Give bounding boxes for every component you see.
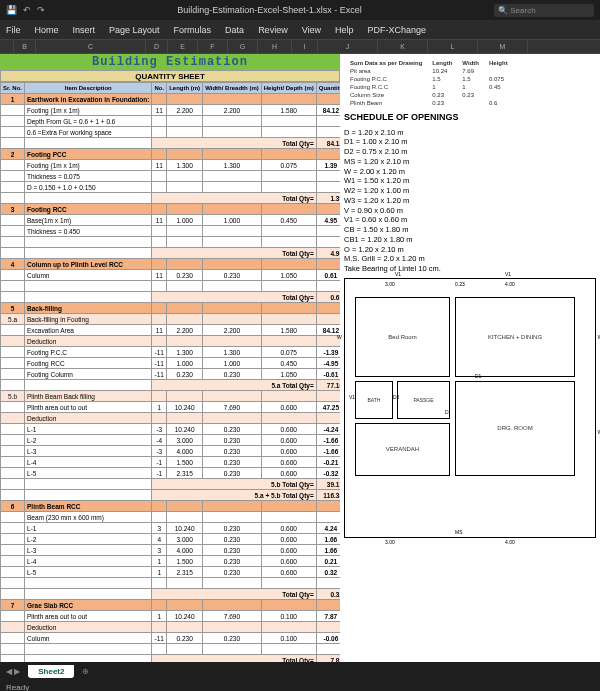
table-row[interactable]: L-334.0000.2300.6001.66cu m: [1, 545, 341, 556]
redo-icon[interactable]: ↷: [37, 5, 45, 15]
table-row[interactable]: L-243.0000.2300.6001.66cu m: [1, 534, 341, 545]
ribbon-tab-formulas[interactable]: Formulas: [174, 25, 212, 35]
table-row[interactable]: L-512.3150.2300.6000.32cu m: [1, 567, 341, 578]
table-row[interactable]: L-1-310.2400.2300.600-4.24cu m: [1, 424, 341, 435]
table-row[interactable]: Plinth area out to out110.2407.6900.6004…: [1, 402, 341, 413]
table-row[interactable]: Total Qty=1.39cu m: [1, 193, 341, 204]
table-row[interactable]: 5.bPlinth Beam Back filling: [1, 391, 341, 402]
col-hdr-K[interactable]: K: [378, 40, 428, 53]
ribbon-tab-pagelayout[interactable]: Page Layout: [109, 25, 160, 35]
table-row[interactable]: L-3-34.0000.2300.600-1.66cu m: [1, 446, 341, 457]
sheet-tab-active[interactable]: Sheet2: [28, 665, 74, 678]
ribbon-tab-file[interactable]: File: [6, 25, 21, 35]
sheet-tabs[interactable]: ◀ ▶ Sheet2 ⊕: [0, 662, 600, 680]
col-hdr-B[interactable]: B: [14, 40, 36, 53]
table-row[interactable]: Footing Column-110.2300.2301.050-0.61cu …: [1, 369, 341, 380]
table-row[interactable]: [1, 644, 341, 655]
ribbon-tab-help[interactable]: Help: [335, 25, 354, 35]
ribbon-tab-home[interactable]: Home: [35, 25, 59, 35]
summary-table: Sum Data as per DrawingLengthWidthHeight…: [344, 58, 514, 108]
table-row[interactable]: Excavation Area112.2002.2001.58084.12cu …: [1, 325, 341, 336]
table-row[interactable]: Footing RCC-111.0001.0000.450-4.95cu m: [1, 358, 341, 369]
table-row[interactable]: 5.aBack-filling in Footing: [1, 314, 341, 325]
table-row[interactable]: Column110.2300.2301.0500.61cu m: [1, 270, 341, 281]
table-row[interactable]: L-4-11.5000.2300.600-0.21cu m: [1, 457, 341, 468]
table-row[interactable]: Depth From GL = 0.6 + 1 + 0.6: [1, 116, 341, 127]
table-row[interactable]: Footing (1m x 1m)112.2002.2001.58084.12c…: [1, 105, 341, 116]
table-row[interactable]: L-411.5000.2300.6000.21cu m: [1, 556, 341, 567]
table-row[interactable]: Thickness = 0.450: [1, 226, 341, 237]
col-hdr-F[interactable]: F: [198, 40, 228, 53]
table-row[interactable]: 5.a Total Qty=77.16cu m: [1, 380, 341, 391]
ribbon-tab-pdf-xchange[interactable]: PDF-XChange: [368, 25, 427, 35]
table-row[interactable]: Thickness = 0.075: [1, 171, 341, 182]
hdr-sr: Sr. No.: [1, 83, 25, 94]
table-row[interactable]: 4Column up to Plinth Level RCC: [1, 259, 341, 270]
schedule-item: W3 = 1.20 x 1.20 m: [344, 196, 596, 206]
undo-icon[interactable]: ↶: [23, 5, 31, 15]
table-row[interactable]: 0.6 =Extra For working space: [1, 127, 341, 138]
col-hdr-C[interactable]: C: [36, 40, 146, 53]
col-hdr-H[interactable]: H: [258, 40, 292, 53]
table-row[interactable]: Total Qty=4.95cu m: [1, 248, 341, 259]
add-sheet-icon[interactable]: ⊕: [82, 667, 89, 676]
table-row[interactable]: [1, 237, 341, 248]
table-row[interactable]: Total Qty=0.61cu m: [1, 292, 341, 303]
col-hdr-J[interactable]: J: [318, 40, 378, 53]
schedule-item: V = 0.90 x 0.60 m: [344, 206, 596, 216]
room-bath: BATH: [355, 381, 393, 419]
table-row[interactable]: 7Grae Slab RCC: [1, 600, 341, 611]
table-row[interactable]: 5.a + 5.b Total Qty=116.33cu m: [1, 490, 341, 501]
search-input[interactable]: 🔍 Search: [494, 4, 594, 17]
table-row[interactable]: Total Qty=0.32cu m: [1, 589, 341, 600]
title-bar: 💾 ↶ ↷ Building-Estimation-Excel-Sheet-1.…: [0, 0, 600, 20]
window-title: Building-Estimation-Excel-Sheet-1.xlsx -…: [45, 5, 494, 15]
table-row[interactable]: 6Plinth Beam RCC: [1, 501, 341, 512]
table-row[interactable]: Deduction: [1, 413, 341, 424]
schedule-item: W = 2.00 x 1.20 m: [344, 167, 596, 177]
col-hdr-E[interactable]: E: [168, 40, 198, 53]
col-hdr-G[interactable]: G: [228, 40, 258, 53]
table-row[interactable]: Column-110.2300.2300.100-0.06cu m: [1, 633, 341, 644]
table-row[interactable]: [1, 281, 341, 292]
table-row[interactable]: L-5-12.3150.2300.600-0.32cu m: [1, 468, 341, 479]
schedule-item: W1 = 1.50 x 1.20 m: [344, 176, 596, 186]
ribbon-tab-view[interactable]: View: [302, 25, 321, 35]
room-bedroom: Bed Room: [355, 297, 450, 377]
table-row[interactable]: D = 0.150 + 1.0 + 0.150: [1, 182, 341, 193]
table-row[interactable]: Plinth area out to out110.2407.6900.1007…: [1, 611, 341, 622]
table-row[interactable]: 5.b Total Qty=39.17cu m: [1, 479, 341, 490]
room-drg: DRG. ROOM: [455, 381, 575, 476]
table-row[interactable]: Total Qty=84.12cu m: [1, 138, 341, 149]
table-row[interactable]: 3Footing RCC: [1, 204, 341, 215]
table-row[interactable]: L-2-43.0000.2300.600-1.66cu m: [1, 435, 341, 446]
table-row[interactable]: 5Back-filling: [1, 303, 341, 314]
table-row[interactable]: [1, 578, 341, 589]
table-row[interactable]: Footing (1m x 1m)111.3001.3000.0751.39cu…: [1, 160, 341, 171]
col-hdr-L[interactable]: L: [428, 40, 478, 53]
col-hdr-I[interactable]: I: [292, 40, 318, 53]
ribbon-tab-review[interactable]: Review: [258, 25, 288, 35]
schedule-item: Take Bearing of Lintel 10 cm.: [344, 264, 596, 274]
worksheet-grid[interactable]: Building Estimation QUANTITY SHEET Sr. N…: [0, 54, 600, 662]
col-hdr-A[interactable]: [0, 40, 14, 53]
table-row[interactable]: 2Footing PCC: [1, 149, 341, 160]
table-row[interactable]: Footing P.C.C-111.3001.3000.075-1.39cu m: [1, 347, 341, 358]
table-row[interactable]: Beam (230 mm x 600 mm): [1, 512, 341, 523]
col-hdr-D[interactable]: D: [146, 40, 168, 53]
table-row[interactable]: 1Earthwork in Excavation in Foundation:: [1, 94, 341, 105]
schedule-item: CB1 = 1.20 x 1.80 m: [344, 235, 596, 245]
room-kitchen: KITCHEN + DINING: [455, 297, 575, 377]
table-row[interactable]: Total Qty=7.82cu m: [1, 655, 341, 663]
table-row[interactable]: Base(1m x 1m)111.0001.0000.4504.95cu m: [1, 215, 341, 226]
table-row[interactable]: L-1310.2400.2300.6004.24cu m: [1, 523, 341, 534]
col-hdr-M[interactable]: M: [478, 40, 528, 53]
ribbon-tab-data[interactable]: Data: [225, 25, 244, 35]
table-row[interactable]: Deduction: [1, 622, 341, 633]
ribbon-tab-insert[interactable]: Insert: [73, 25, 96, 35]
table-row[interactable]: Deduction: [1, 336, 341, 347]
save-icon[interactable]: 💾: [6, 5, 17, 15]
floor-plan: V1 V1 3.00 0.23 4.00 Bed Room KITCHEN + …: [344, 278, 596, 538]
schedule-item: D = 1.20 x 2.10 m: [344, 128, 596, 138]
quantity-table[interactable]: Sr. No. Item Description No. Length (m) …: [0, 82, 340, 662]
